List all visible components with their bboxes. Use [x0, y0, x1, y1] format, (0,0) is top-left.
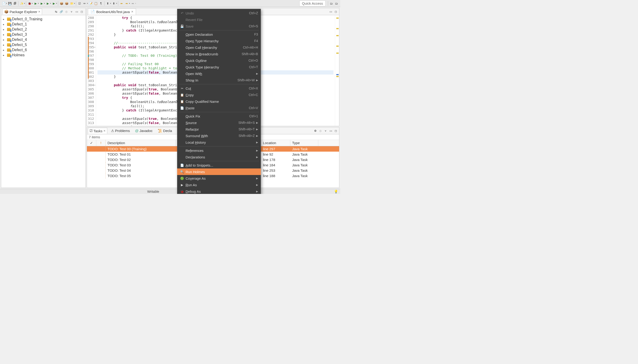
- tree-item[interactable]: ▸Defect_1: [2, 22, 84, 27]
- collapse-all-button[interactable]: ⇆: [54, 9, 58, 14]
- menu-item[interactable]: Open Type HierarchyF4: [177, 38, 261, 44]
- menu-item[interactable]: Show InShift+Alt+W▶: [177, 77, 261, 84]
- menu-shortcut: Ctrl+T: [249, 65, 258, 69]
- run-button[interactable]: ▶: [33, 1, 38, 6]
- overview-ruler[interactable]: [335, 15, 339, 126]
- col-description[interactable]: Description: [106, 140, 176, 146]
- menu-item[interactable]: Open With▶: [177, 70, 261, 77]
- menu-icon: 🔍: [180, 170, 184, 174]
- menu-item[interactable]: SourceShift+Alt+S▶: [177, 120, 261, 126]
- save-button[interactable]: 💾: [8, 1, 12, 6]
- menu-item[interactable]: Surround WithShift+Alt+Z▶: [177, 132, 261, 139]
- format-button[interactable]: 📝: [88, 1, 93, 6]
- editor-tab[interactable]: 📄 BooleanUtilsTest.java ✕: [88, 8, 136, 15]
- ext-tools-button[interactable]: ▶: [52, 1, 56, 6]
- menu-item[interactable]: 📋CopyCtrl+C: [177, 92, 261, 98]
- tab-declaration[interactable]: 📜Decla: [156, 128, 174, 134]
- view-menu-button[interactable]: ▿: [69, 9, 74, 14]
- minimize-button[interactable]: ▭: [328, 128, 333, 133]
- col-location[interactable]: Location: [261, 140, 290, 146]
- tree-item[interactable]: ▸Defect_2: [2, 27, 84, 32]
- new-button[interactable]: 📄: [2, 1, 6, 6]
- menu-item[interactable]: 🔍Run Holmes: [177, 168, 261, 175]
- tree-item[interactable]: ▸Holmes: [2, 52, 84, 58]
- wand-button[interactable]: ✨: [20, 1, 24, 6]
- package-explorer-tab[interactable]: 📦 Package Explorer ✕: [2, 9, 42, 14]
- save-all-button[interactable]: 🗐: [12, 1, 17, 6]
- col-priority[interactable]: !: [96, 140, 106, 146]
- menu-item[interactable]: Show in BreadcrumbShift+Alt+B: [177, 51, 261, 57]
- menu-item[interactable]: Quick Type HierarchyCtrl+T: [177, 64, 261, 70]
- menu-shortcut: F3: [254, 32, 258, 36]
- menu-item[interactable]: Open Call HierarchyCtrl+Alt+H: [177, 44, 261, 51]
- menu-item[interactable]: Declarations▶: [177, 154, 261, 160]
- menu-item[interactable]: Quick OutlineCtrl+O: [177, 57, 261, 64]
- expand-icon[interactable]: ▸: [3, 38, 6, 41]
- expand-icon[interactable]: ▸: [3, 44, 6, 46]
- menu-item[interactable]: ▶Run As▶: [177, 182, 261, 188]
- checkbox-button[interactable]: ☑: [77, 1, 82, 6]
- pilcrow-button[interactable]: ¶: [98, 1, 103, 6]
- menu-item[interactable]: 🐞Debug As▶: [177, 188, 261, 194]
- tree-item[interactable]: ▸Defect_4: [2, 37, 84, 42]
- new-package-button[interactable]: 📦: [59, 1, 64, 6]
- tree-item[interactable]: ▸Defect_6: [2, 48, 84, 52]
- menu-item[interactable]: RefactorShift+Alt+T▶: [177, 126, 261, 132]
- new-class-button[interactable]: 📦: [64, 1, 69, 6]
- expand-icon[interactable]: ▸: [3, 48, 6, 52]
- edit-button[interactable]: ✏: [82, 1, 87, 6]
- maximize-button[interactable]: ◻: [334, 128, 338, 133]
- tree-item[interactable]: ▸Defect_3: [2, 32, 84, 37]
- expand-icon[interactable]: ▸: [3, 33, 6, 36]
- line-gutter: 288289290291292293294295⊖296▮29729829930…: [87, 15, 96, 126]
- perspective-debug-button[interactable]: 🗂: [334, 1, 339, 6]
- annotation-prev-button[interactable]: ⬆: [106, 1, 110, 6]
- view-menu-button[interactable]: ▿: [323, 128, 328, 133]
- forward-button[interactable]: ➡: [124, 1, 129, 6]
- link-editor-button[interactable]: 🔗: [59, 9, 64, 14]
- maximize-button[interactable]: ◻: [80, 9, 84, 14]
- focus-task-button[interactable]: ◎: [64, 9, 69, 14]
- menu-item[interactable]: 📋Copy Qualified Name: [177, 98, 261, 105]
- menu-item[interactable]: Quick FixCtrl+1: [177, 113, 261, 120]
- expand-icon[interactable]: ▸: [3, 28, 6, 31]
- nav-forward-button[interactable]: ➡: [130, 1, 135, 6]
- menu-item[interactable]: ✂CutCtrl+X: [177, 85, 261, 92]
- close-icon[interactable]: ✕: [131, 10, 134, 13]
- tab-problems[interactable]: ⚠Problems: [110, 128, 131, 134]
- menu-item[interactable]: 📄PasteCtrl+V: [177, 105, 261, 111]
- close-icon[interactable]: ✕: [38, 10, 40, 13]
- run-last-button[interactable]: ▶: [45, 1, 50, 6]
- back-button[interactable]: ⬅: [119, 1, 124, 6]
- new-folder-button[interactable]: 📁: [70, 1, 74, 6]
- perspective-java-button[interactable]: 🗂: [329, 1, 334, 6]
- debug-button[interactable]: 🐞: [27, 1, 32, 6]
- tree-item[interactable]: ▸Defect_0_Training: [2, 16, 84, 22]
- col-type[interactable]: Type: [290, 140, 318, 146]
- focus-task-button[interactable]: ◎: [318, 128, 323, 133]
- coverage-button[interactable]: ▶: [39, 1, 44, 6]
- tab-javadoc[interactable]: @Javadoc: [134, 128, 154, 134]
- maximize-button[interactable]: ◻: [334, 9, 338, 14]
- close-icon[interactable]: ✕: [103, 129, 106, 132]
- expand-icon[interactable]: ▸: [3, 23, 6, 26]
- menu-item[interactable]: Open DeclarationF3: [177, 31, 261, 38]
- minimize-button[interactable]: ▭: [328, 9, 333, 14]
- menu-item[interactable]: 🟢Coverage As▶: [177, 175, 261, 182]
- menu-item[interactable]: Local History▶: [177, 139, 261, 146]
- annotation-next-button[interactable]: ⬇: [112, 1, 116, 6]
- task-button[interactable]: 📋: [94, 1, 98, 6]
- col-completed[interactable]: ✓: [87, 140, 96, 146]
- tree-item[interactable]: ▸Defect_5: [2, 42, 84, 48]
- package-tree[interactable]: ▸Defect_0_Training▸Defect_1▸Defect_2▸Def…: [1, 15, 86, 188]
- tab-tasks[interactable]: ☑Tasks ✕: [88, 128, 107, 134]
- tip-icon[interactable]: 💡: [334, 190, 338, 194]
- expand-icon[interactable]: ▸: [3, 54, 6, 57]
- filter-button[interactable]: ⚙: [313, 128, 318, 133]
- menu-item[interactable]: 📄Add to Snippets...: [177, 162, 261, 168]
- quick-access-input[interactable]: Quick Access: [299, 0, 326, 6]
- expand-icon[interactable]: ▸: [3, 18, 6, 21]
- menu-icon: 📋: [180, 100, 184, 103]
- menu-item[interactable]: References▶: [177, 147, 261, 154]
- minimize-button[interactable]: ▭: [74, 9, 79, 14]
